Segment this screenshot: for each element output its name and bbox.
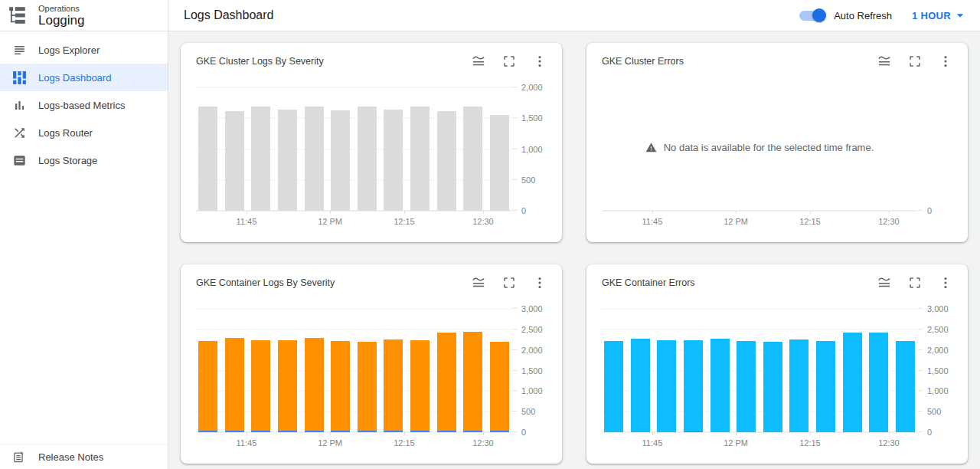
x-axis-tick xyxy=(810,211,811,214)
bar-segment xyxy=(657,340,676,432)
release-notes-link[interactable]: Release Notes xyxy=(0,444,168,469)
x-axis-tick xyxy=(483,211,484,214)
y-axis-tick xyxy=(918,370,923,371)
logs-explorer-icon xyxy=(12,43,27,57)
x-axis-tick xyxy=(736,432,737,435)
bar-segment xyxy=(384,110,403,211)
bar-segment xyxy=(789,339,808,432)
y-axis-tick xyxy=(512,87,517,87)
sidebar-item-label: Logs Storage xyxy=(38,155,97,166)
bar-segment xyxy=(331,341,350,431)
page-title: Logs Dashboard xyxy=(184,8,273,22)
y-tick-label: 500 xyxy=(521,175,535,185)
bar-segment xyxy=(305,431,324,432)
bar xyxy=(305,87,324,211)
y-axis-tick xyxy=(918,308,923,309)
bar-segment xyxy=(463,332,482,431)
y-axis-tick xyxy=(512,370,517,371)
bar-segment xyxy=(710,339,730,432)
y-tick-label: 1,000 xyxy=(927,386,949,395)
x-tick-label: 11:45 xyxy=(237,217,257,226)
x-tick-label: 12:15 xyxy=(394,438,415,448)
chart-plot: 05001,0001,5002,00011:4512 PM12:1512:30 xyxy=(196,87,511,211)
x-tick-label: 12 PM xyxy=(318,217,342,226)
bar xyxy=(410,309,430,432)
sidebar-item-logs-router[interactable]: Logs Router xyxy=(0,119,168,146)
bar xyxy=(278,309,297,432)
y-axis-tick xyxy=(918,349,923,350)
x-tick-label: 12:30 xyxy=(472,217,494,226)
x-axis-tick xyxy=(889,432,890,435)
y-axis-tick xyxy=(512,329,517,330)
y-tick-label: 1,500 xyxy=(927,366,949,376)
bar xyxy=(198,87,217,211)
y-tick-label: 2,500 xyxy=(521,325,543,334)
gridline xyxy=(602,211,917,212)
sidebar-item-logs-based-metrics[interactable]: Logs-based Metrics xyxy=(0,91,168,119)
x-tick-label: 12:15 xyxy=(799,438,821,448)
release-notes-label: Release Notes xyxy=(38,451,103,463)
chevron-down-icon xyxy=(952,8,968,23)
y-axis-tick xyxy=(512,210,517,211)
bar-segment xyxy=(463,431,482,432)
sidebar-item-logs-dashboard[interactable]: Logs Dashboard xyxy=(0,64,168,91)
sidebar-item-label: Logs Explorer xyxy=(38,44,100,56)
bar xyxy=(463,309,482,432)
y-axis-tick xyxy=(512,431,517,432)
bar xyxy=(437,87,456,211)
app-logo[interactable]: Operations Logging xyxy=(0,0,168,31)
y-axis-tick xyxy=(918,390,923,391)
bar xyxy=(816,309,835,432)
bar-segment xyxy=(278,110,297,211)
bar xyxy=(331,309,350,432)
chart-plot: 05001,0001,5002,0002,5003,00011:4512 PM1… xyxy=(196,309,511,432)
bar-segment xyxy=(737,341,756,432)
x-tick-label: 12:30 xyxy=(878,217,900,226)
bar xyxy=(631,309,650,432)
x-axis-tick xyxy=(736,211,737,214)
x-tick-label: 12:15 xyxy=(799,217,821,226)
y-tick-label: 1,500 xyxy=(521,113,543,123)
y-tick-label: 3,000 xyxy=(521,304,543,313)
bar xyxy=(843,309,862,432)
bar-segment xyxy=(437,333,456,431)
bar-segment xyxy=(490,431,509,432)
x-axis-tick xyxy=(247,211,247,214)
product-name: Logging xyxy=(38,13,85,28)
bar-segment xyxy=(198,431,217,432)
time-range-select[interactable]: 1 HOUR xyxy=(912,8,968,23)
x-tick-label: 12:30 xyxy=(878,438,900,448)
auto-refresh-toggle[interactable] xyxy=(799,8,826,22)
chart-card-container-errors: GKE Container Errors 05001,0001,5002,000… xyxy=(586,264,968,464)
bars xyxy=(602,309,917,432)
bar-segment xyxy=(278,431,297,432)
bar-segment xyxy=(684,340,703,431)
bar xyxy=(410,87,430,211)
logs-dashboard-icon xyxy=(12,71,27,85)
sidebar-item-logs-explorer[interactable]: Logs Explorer xyxy=(0,36,168,64)
y-axis-tick xyxy=(918,210,923,211)
x-tick-label: 12:15 xyxy=(394,217,415,226)
chart-plot: 0No data is available for the selected t… xyxy=(602,87,917,211)
bar xyxy=(896,309,915,432)
bar-segment xyxy=(816,341,835,432)
warning-icon xyxy=(645,142,657,153)
bar-segment xyxy=(869,333,888,432)
x-tick-label: 11:45 xyxy=(642,217,663,226)
x-axis-tick xyxy=(483,432,484,435)
bars xyxy=(196,87,511,211)
bar-segment xyxy=(896,341,915,432)
chart-area: 05001,0001,5002,00011:4512 PM12:1512:30 xyxy=(181,43,562,242)
bar-segment xyxy=(305,107,324,211)
y-tick-label: 3,000 xyxy=(927,304,949,313)
release-notes-icon xyxy=(12,451,25,464)
bar xyxy=(437,309,456,432)
y-axis-tick xyxy=(918,431,923,432)
x-tick-label: 12 PM xyxy=(724,217,748,226)
bar-segment xyxy=(198,107,217,211)
bar-segment xyxy=(410,107,430,211)
sidebar-item-logs-storage[interactable]: Logs Storage xyxy=(0,146,168,174)
bar-segment xyxy=(843,333,862,432)
bar xyxy=(657,309,676,432)
product-eyebrow: Operations xyxy=(38,4,85,13)
